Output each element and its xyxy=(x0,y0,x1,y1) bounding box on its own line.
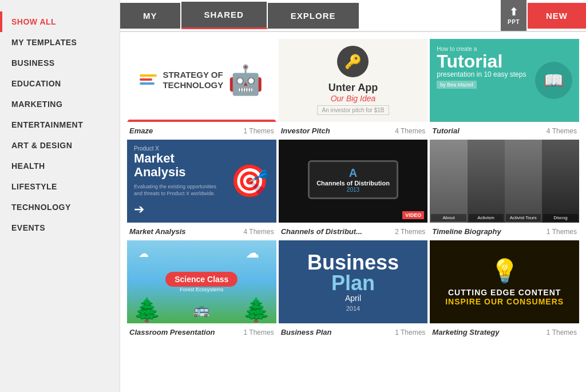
marketing-sub: Inspire Our Consumers xyxy=(445,297,564,306)
sidebar-item-lifestyle[interactable]: Lifestyle xyxy=(0,176,120,197)
tutorial-icon: 📖 xyxy=(535,62,572,99)
card-business-plan[interactable]: Business Plan April 2014 Business Plan 1… xyxy=(279,240,428,339)
bus-icon: 🚌 xyxy=(193,302,210,318)
card-info-classroom: Classroom Presentation 1 Themes xyxy=(127,323,276,339)
card-tutorial[interactable]: How to create a Tutorial presentation in… xyxy=(430,39,579,137)
timeline-label-1: About xyxy=(431,214,466,221)
card-classroom[interactable]: ☁ ☁ Science Class Forest Ecosystems 🌲 🌲 … xyxy=(127,240,276,339)
tree-icon-1: 🌲 xyxy=(133,296,161,323)
timeline-label-4: Discog xyxy=(543,214,578,221)
tutorial-big: Tutorial xyxy=(437,52,535,70)
channels-title: Channels of Distribution xyxy=(316,180,390,187)
cloud-icon-2: ☁ xyxy=(246,245,259,261)
card-timeline-biography[interactable]: About Activism Activist Tours Discog Tim… xyxy=(430,140,579,238)
ppt-button[interactable]: ⬆ PPT xyxy=(501,0,528,31)
card-thumb-investor: 🔑 Unter App Our Big Idea An investor pit… xyxy=(279,39,428,122)
card-market-analysis[interactable]: Product X Market Analysis Evaluating the… xyxy=(127,140,276,238)
card-title-business: Business Plan xyxy=(281,328,332,336)
card-title-marketing: Marketing Strategy xyxy=(432,328,499,336)
template-grid: STRATEGY OFTECHNOLOGY 🤖 Emaze 1 Themes 🔑 xyxy=(127,39,579,339)
tutorial-by: by Bea Mazed xyxy=(437,81,477,89)
card-title-channels: Channels of Distribut... xyxy=(281,227,362,236)
card-thumb-market: Product X Market Analysis Evaluating the… xyxy=(127,140,276,223)
top-nav: My Shared Explore ⬆ PPT New xyxy=(120,0,586,32)
card-info-channels: Channels of Distribut... 2 Themes xyxy=(279,223,428,238)
card-count-business: 1 Themes xyxy=(395,328,425,336)
sidebar-item-marketing[interactable]: Marketing xyxy=(0,94,120,114)
card-marketing-strategy[interactable]: 💡 Cutting Edge Content Inspire Our Consu… xyxy=(430,240,579,339)
business-plan-label: Plan xyxy=(331,273,375,294)
card-count-emaze: 1 Themes xyxy=(244,127,274,135)
sidebar-item-education[interactable]: Education xyxy=(0,73,120,94)
channels-year: 2013 xyxy=(316,187,390,193)
business-sub: April xyxy=(345,294,361,303)
card-thumb-marketing: 💡 Cutting Edge Content Inspire Our Consu… xyxy=(430,240,579,323)
card-title-tutorial: Tutorial xyxy=(432,126,459,135)
card-info-emaze: Emaze 1 Themes xyxy=(127,122,276,137)
card-count-market: 4 Themes xyxy=(244,228,274,236)
investor-icon: 🔑 xyxy=(337,46,369,77)
card-title-investor: Investor Pitch xyxy=(281,126,330,135)
card-count-channels: 2 Themes xyxy=(395,228,425,236)
sidebar-item-show-all[interactable]: Show All xyxy=(0,11,120,32)
card-count-investor: 4 Themes xyxy=(395,127,425,135)
card-investor-pitch[interactable]: 🔑 Unter App Our Big Idea An investor pit… xyxy=(279,39,428,137)
card-channels[interactable]: A Channels of Distribution 2013 VIDEO Ch… xyxy=(279,140,428,238)
market-text: Product X Market Analysis Evaluating the… xyxy=(134,145,224,217)
new-button[interactable]: New xyxy=(528,3,586,29)
marketing-title: Cutting Edge Content xyxy=(448,288,561,297)
card-count-classroom: 1 Themes xyxy=(244,328,274,336)
card-count-timeline: 1 Themes xyxy=(547,228,577,236)
investor-title: Unter App xyxy=(328,82,378,94)
card-thumb-business: Business Plan April 2014 xyxy=(279,240,428,323)
investor-sub2: An investor pitch for $1B xyxy=(317,105,390,115)
tab-my[interactable]: My xyxy=(120,3,181,29)
video-badge: VIDEO xyxy=(402,211,424,219)
grid-area: STRATEGY OFTECHNOLOGY 🤖 Emaze 1 Themes 🔑 xyxy=(120,32,586,392)
timeline-panel-4: Discog xyxy=(542,140,579,223)
market-arrow-icon: ➔ xyxy=(134,202,224,217)
business-plan-row: Plan xyxy=(331,273,375,294)
tree-icon-2: 🌲 xyxy=(242,296,271,323)
business-title: Business xyxy=(307,252,399,273)
market-target-icon: 🎯 xyxy=(230,165,270,197)
classroom-center: Science Class Forest Ecosystems xyxy=(165,272,237,292)
card-thumb-channels: A Channels of Distribution 2013 VIDEO xyxy=(279,140,428,223)
card-emaze[interactable]: STRATEGY OFTECHNOLOGY 🤖 Emaze 1 Themes xyxy=(127,39,276,137)
timeline-label-2: Activism xyxy=(469,214,504,221)
business-date: 2014 xyxy=(346,305,360,312)
sidebar-item-business[interactable]: Business xyxy=(0,53,120,73)
sidebar-item-technology[interactable]: Technology xyxy=(0,197,120,217)
card-title-market: Market Analysis xyxy=(129,227,186,236)
sidebar-item-events[interactable]: Events xyxy=(0,217,120,238)
card-info-market: Market Analysis 4 Themes xyxy=(127,223,276,238)
timeline-panel-2: Activism xyxy=(468,140,505,223)
sidebar: Show All My Templates Business Education… xyxy=(0,0,120,392)
bulb-icon: 💡 xyxy=(490,258,519,284)
sidebar-item-my-templates[interactable]: My Templates xyxy=(0,32,120,53)
card-count-marketing: 1 Themes xyxy=(547,328,577,336)
sidebar-item-health[interactable]: Health xyxy=(0,156,120,176)
card-thumb-tutorial: How to create a Tutorial presentation in… xyxy=(430,39,579,122)
card-thumb-emaze: STRATEGY OFTECHNOLOGY 🤖 xyxy=(127,39,276,122)
card-title-timeline: Timeline Biography xyxy=(432,227,501,236)
card-count-tutorial: 4 Themes xyxy=(547,127,577,135)
tab-shared[interactable]: Shared xyxy=(181,2,268,29)
tab-explore[interactable]: Explore xyxy=(268,3,360,29)
investor-subtitle: Our Big Idea xyxy=(331,94,376,103)
market-title-big: Market Analysis xyxy=(134,152,224,179)
emaze-decoration xyxy=(140,74,157,86)
emaze-robot-icon: 🤖 xyxy=(228,64,263,97)
market-target-area: 🎯 xyxy=(230,165,270,197)
sidebar-item-entertainment[interactable]: Entertainment xyxy=(0,114,120,135)
emaze-title: STRATEGY OFTECHNOLOGY xyxy=(163,70,223,90)
card-info-timeline: Timeline Biography 1 Themes xyxy=(430,223,579,238)
timeline-panel-1: About xyxy=(430,140,467,223)
sidebar-item-art-design[interactable]: Art & Design xyxy=(0,135,120,156)
card-info-business: Business Plan 1 Themes xyxy=(279,323,428,339)
ppt-icon: ⬆ xyxy=(508,6,520,18)
cloud-icon-1: ☁ xyxy=(138,247,149,260)
card-thumb-timeline: About Activism Activist Tours Discog xyxy=(430,140,579,223)
card-title-emaze: Emaze xyxy=(129,126,153,135)
card-info-investor: Investor Pitch 4 Themes xyxy=(279,122,428,137)
